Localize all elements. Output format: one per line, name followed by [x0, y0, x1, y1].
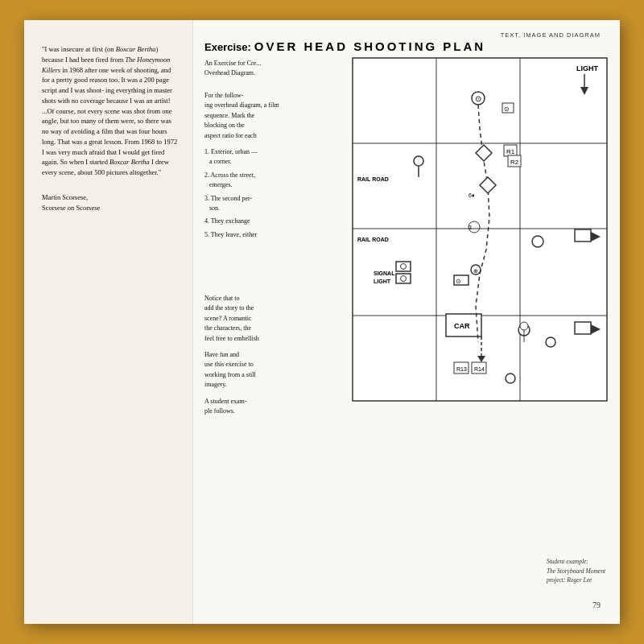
svg-text:⊙: ⊙	[475, 94, 481, 103]
svg-text:R13: R13	[456, 366, 467, 372]
svg-text:R2: R2	[510, 159, 519, 166]
left-quote: "I was insecure at first (on Boxcar Bert…	[42, 44, 178, 178]
svg-point-54	[506, 374, 515, 383]
svg-point-53	[546, 337, 555, 347]
svg-text:R14: R14	[474, 366, 485, 372]
numbered-item-4: 4. They exchange	[204, 217, 349, 226]
overhead-diagram: LIGHT RAIL ROAD RAIL ROAD SIGNAL LIGHT C…	[351, 56, 609, 402]
overhead-plan-title: OVER HEAD SHOOTING PLAN	[254, 39, 485, 53]
exercise-label: Exercise:	[204, 41, 251, 53]
diagram-caption: Student example: The Storyboard Moment p…	[547, 557, 605, 585]
numbered-item-3: 3. The second per- son.	[204, 194, 349, 214]
svg-point-31	[532, 236, 543, 247]
svg-text:CAR: CAR	[454, 322, 470, 330]
left-page: "I was insecure at first (on Boxcar Bert…	[24, 20, 193, 624]
attribution-source: Scorsese on Scorsese	[42, 203, 178, 214]
attribution-name: Martin Scorsese,	[42, 192, 178, 204]
page-number: 79	[592, 601, 601, 609]
body-para-1: For the follow- ing overhead diagram, a …	[204, 91, 349, 141]
caption-line2: The Storyboard Moment	[547, 567, 605, 576]
svg-rect-34	[575, 322, 591, 334]
svg-rect-25	[396, 262, 411, 271]
svg-text:⊙: ⊙	[504, 105, 510, 113]
caption-line3: project: Roger Lee	[547, 576, 605, 585]
exercise-subtitle: An Exercise for Cre...Overhead Diagram.	[204, 59, 357, 79]
right-page: TEXT, IMAGE AND DIAGRAM Exercise: OVER H…	[193, 20, 620, 624]
have-fun-para: Have fun and use this exercise to workin…	[204, 350, 353, 390]
notice-para: Notice that to add the story to the scen…	[204, 294, 353, 344]
svg-text:LIGHT: LIGHT	[576, 64, 598, 72]
svg-text:⊙: ⊙	[456, 278, 461, 285]
diagram-container: LIGHT RAIL ROAD RAIL ROAD SIGNAL LIGHT C…	[351, 56, 609, 402]
svg-rect-0	[353, 58, 607, 401]
svg-point-23	[414, 156, 423, 166]
svg-text:SIGNAL: SIGNAL	[374, 270, 395, 276]
numbered-item-1: 1. Exterior, urban — a corner.	[204, 147, 349, 167]
book-spread: "I was insecure at first (on Boxcar Bert…	[24, 20, 620, 624]
numbered-item-2: 2. Across the street, emerges.	[204, 171, 349, 191]
quote-text: "I was insecure at first (on Boxcar Bert…	[42, 45, 177, 176]
svg-rect-27	[396, 274, 411, 283]
svg-rect-32	[575, 229, 591, 242]
svg-text:RAIL ROAD: RAIL ROAD	[357, 237, 389, 242]
svg-text:R1: R1	[506, 148, 515, 155]
numbered-item-5: 5. They leave, either	[204, 230, 349, 240]
page-header: TEXT, IMAGE AND DIAGRAM	[501, 31, 601, 39]
svg-text:LIGHT: LIGHT	[374, 279, 391, 284]
attribution: Martin Scorsese, Scorsese on Scorsese	[42, 192, 178, 214]
svg-point-51	[520, 322, 528, 330]
svg-text:⊕: ⊕	[473, 268, 478, 274]
svg-text:RAIL ROAD: RAIL ROAD	[357, 176, 389, 182]
student-note: A student exam-ple follows.	[204, 397, 353, 417]
caption-line1: Student example:	[547, 557, 605, 567]
svg-text:6♦: 6♦	[469, 192, 475, 198]
